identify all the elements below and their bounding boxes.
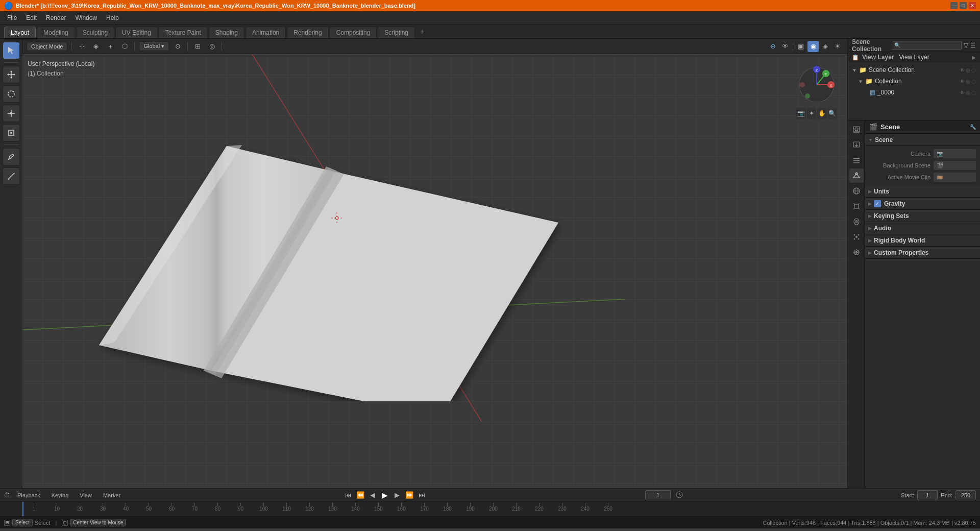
prev-keyframe-button[interactable]: ⏪: [355, 490, 366, 501]
tab-texture-paint[interactable]: Texture Paint: [159, 27, 208, 38]
view-camera-icon[interactable]: 📷: [796, 108, 806, 119]
wireframe-mode[interactable]: ▣: [795, 41, 806, 52]
menu-render[interactable]: Render: [42, 13, 70, 23]
menu-window[interactable]: Window: [71, 13, 101, 23]
viewport-select-menu[interactable]: ◈: [90, 41, 102, 52]
prop-tab-view-layer[interactable]: [849, 153, 864, 167]
units-subsection-header[interactable]: Units: [865, 185, 980, 198]
prop-tab-render[interactable]: [849, 123, 864, 137]
scene-subsection-header[interactable]: Scene: [865, 134, 980, 146]
solid-mode[interactable]: ◉: [807, 41, 819, 52]
movieclip-value[interactable]: 🎞️: [934, 173, 976, 182]
prop-tab-object[interactable]: [849, 199, 864, 213]
step-back-button[interactable]: ◀: [367, 490, 378, 501]
gravity-subsection-header[interactable]: ✓ Gravity: [865, 198, 980, 210]
scene-vis-icon[interactable]: 👁: [960, 67, 965, 73]
tab-animation[interactable]: Animation: [246, 27, 286, 38]
play-button[interactable]: ▶: [379, 490, 390, 501]
viewport-mode-button[interactable]: Object Mode: [27, 42, 67, 51]
transform-orientation-button[interactable]: Global ▾: [139, 41, 169, 51]
tool-move[interactable]: [3, 66, 20, 83]
menu-edit[interactable]: Edit: [22, 13, 41, 23]
bg-scene-value[interactable]: 🎬: [934, 161, 976, 170]
col-vis-icon[interactable]: 👁: [960, 79, 965, 84]
outliner-filter-btn[interactable]: ▽: [964, 42, 968, 49]
timeline-view-menu[interactable]: View: [76, 491, 96, 499]
next-keyframe-button[interactable]: ⏩: [404, 490, 415, 501]
outliner-scene-collection[interactable]: ▼ 📁 Scene Collection 👁 ◎ ◌: [848, 64, 980, 76]
gizmo-toggle[interactable]: ⊕: [767, 41, 778, 52]
proportional-edit-button[interactable]: ◎: [206, 41, 217, 52]
camera-value[interactable]: 📷: [934, 149, 976, 158]
end-frame-input[interactable]: [955, 490, 976, 500]
prop-tab-output[interactable]: [849, 138, 864, 152]
prop-tab-world[interactable]: [849, 184, 864, 198]
timeline-marker-menu[interactable]: Marker: [99, 491, 125, 499]
viewport-add-menu[interactable]: ＋: [105, 41, 116, 52]
keying-sets-subsection-header[interactable]: Keying Sets: [865, 210, 980, 222]
tool-select[interactable]: [3, 42, 20, 59]
tool-measure[interactable]: [3, 167, 20, 185]
pivot-button[interactable]: ⊙: [172, 41, 183, 52]
view-hand-icon[interactable]: ✋: [817, 108, 827, 119]
minimize-button[interactable]: —: [950, 2, 958, 9]
col-sel-icon[interactable]: ◎: [966, 79, 970, 84]
col-hide-icon[interactable]: ◌: [971, 79, 976, 84]
tab-shading[interactable]: Shading: [209, 27, 244, 38]
step-forward-button[interactable]: ▶: [391, 490, 403, 501]
view-magnify-icon[interactable]: 🔍: [828, 108, 838, 119]
snap-button[interactable]: ⊞: [192, 41, 203, 52]
obj-sel-icon[interactable]: ◎: [966, 90, 970, 95]
current-frame-input[interactable]: [645, 490, 671, 500]
prop-tab-modifier[interactable]: [849, 214, 864, 229]
maximize-button[interactable]: □: [960, 2, 967, 9]
tool-annotate[interactable]: [3, 148, 20, 165]
outliner-options-btn[interactable]: ☰: [970, 42, 976, 49]
custom-properties-subsection-header[interactable]: Custom Properties: [865, 247, 980, 259]
rigid-body-world-subsection-header[interactable]: Rigid Body World: [865, 234, 980, 247]
outliner-search[interactable]: [892, 41, 962, 50]
scene-hide-icon[interactable]: ◌: [971, 67, 976, 73]
audio-subsection-header[interactable]: Audio: [865, 222, 980, 234]
close-button[interactable]: ✕: [969, 2, 976, 9]
tab-rendering[interactable]: Rendering: [287, 27, 328, 38]
scene-sel-icon[interactable]: ◎: [966, 67, 970, 73]
add-workspace-button[interactable]: +: [416, 26, 428, 38]
outliner-object-0000[interactable]: ▦ _0000 👁 ◎ ◌: [848, 87, 980, 98]
view-zoom-to-selected-icon[interactable]: ✦: [807, 108, 817, 119]
outliner-collection[interactable]: ▼ 📁 Collection 👁 ◎ ◌: [848, 76, 980, 87]
prop-tab-scene[interactable]: [849, 168, 864, 183]
jump-to-end-button[interactable]: ⏭: [416, 490, 427, 501]
menu-file[interactable]: File: [3, 13, 21, 23]
timeline-mode-icon[interactable]: ⏱: [4, 492, 10, 499]
viewport[interactable]: Object Mode ⊹ ◈ ＋ ⬡ Global ▾ ⊙ ⊞ ◎: [22, 39, 847, 488]
menu-help[interactable]: Help: [102, 13, 123, 23]
tool-scale[interactable]: [3, 105, 20, 122]
tool-rotate[interactable]: [3, 85, 20, 103]
tab-sculpting[interactable]: Sculpting: [76, 27, 114, 38]
view-layer-expand[interactable]: ▶: [972, 55, 976, 60]
tab-layout[interactable]: Layout: [4, 27, 36, 38]
tab-uv-editing[interactable]: UV Editing: [115, 27, 158, 38]
rendered-mode[interactable]: ☀: [832, 41, 843, 52]
tab-modeling[interactable]: Modeling: [37, 27, 75, 38]
obj-hide-icon[interactable]: ◌: [971, 90, 976, 95]
start-frame-input[interactable]: [917, 490, 938, 500]
navigation-gizmo[interactable]: X Y Z 📷 ✦ ✋ �: [796, 64, 837, 105]
tab-scripting[interactable]: Scripting: [378, 27, 415, 38]
prop-tab-physics[interactable]: [849, 245, 864, 259]
tool-transform[interactable]: [3, 124, 20, 141]
timeline-keying-menu[interactable]: Keying: [47, 491, 73, 499]
tab-compositing[interactable]: Compositing: [330, 27, 377, 38]
jump-to-start-button[interactable]: ⏮: [342, 490, 354, 501]
timeline-playback-menu[interactable]: Playback: [13, 491, 44, 499]
timeline-frames[interactable]: 1 10 20 30 40: [0, 502, 980, 516]
window-controls[interactable]: — □ ✕: [950, 2, 976, 9]
viewport-view-menu[interactable]: ⊹: [76, 41, 87, 52]
obj-vis-icon[interactable]: 👁: [960, 90, 965, 95]
gravity-checkbox[interactable]: ✓: [874, 200, 881, 207]
overlay-toggle[interactable]: 👁: [779, 41, 791, 52]
viewport-object-menu[interactable]: ⬡: [119, 41, 130, 52]
material-preview-mode[interactable]: ◈: [820, 41, 831, 52]
viewport-canvas[interactable]: User Perspective (Local) (1) Collection …: [22, 54, 847, 488]
